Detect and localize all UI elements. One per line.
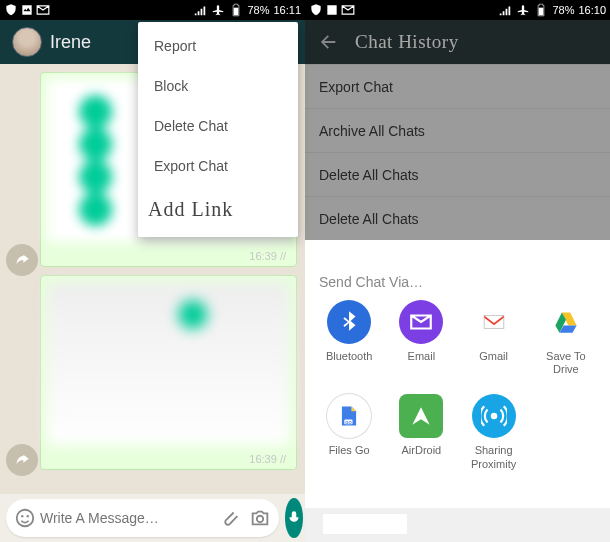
clock-time: 16:11 bbox=[273, 4, 301, 16]
attach-icon[interactable] bbox=[219, 507, 241, 529]
overflow-menu: Report Block Delete Chat Export Chat Add… bbox=[138, 22, 298, 237]
svg-point-11 bbox=[490, 413, 497, 420]
bluetooth-icon bbox=[327, 300, 371, 344]
share-label: Gmail bbox=[479, 350, 508, 363]
filesgo-icon: GO bbox=[327, 394, 371, 438]
page-title: Chat History bbox=[355, 31, 459, 53]
mail-icon bbox=[341, 3, 355, 17]
battery-icon bbox=[534, 3, 548, 17]
airplane-icon bbox=[211, 3, 225, 17]
image-icon bbox=[20, 3, 34, 17]
share-filesgo[interactable]: GO Files Go bbox=[315, 394, 383, 470]
airdroid-icon bbox=[399, 394, 443, 438]
svg-point-3 bbox=[27, 515, 29, 517]
message-time: 16:39 // bbox=[249, 453, 286, 465]
share-drive[interactable]: Save To Drive bbox=[532, 300, 600, 376]
list-export-chat[interactable]: Export Chat bbox=[305, 64, 610, 108]
shield-icon bbox=[4, 3, 18, 17]
proximity-icon bbox=[472, 394, 516, 438]
share-sheet: Send Chat Via… Bluetooth Email Gmail bbox=[305, 260, 610, 542]
share-label: Bluetooth bbox=[326, 350, 372, 363]
share-gmail[interactable]: Gmail bbox=[460, 300, 528, 376]
message-time: 16:39 // bbox=[249, 250, 286, 262]
emoji-icon[interactable] bbox=[14, 507, 36, 529]
share-bluetooth[interactable]: Bluetooth bbox=[315, 300, 383, 376]
svg-point-1 bbox=[17, 510, 34, 527]
airplane-icon bbox=[516, 3, 530, 17]
share-email[interactable]: Email bbox=[387, 300, 455, 376]
forward-button[interactable] bbox=[6, 444, 38, 476]
svg-point-2 bbox=[21, 515, 23, 517]
input-wrap bbox=[6, 499, 279, 537]
list-delete-all[interactable]: Delete All Chats bbox=[305, 152, 610, 196]
share-airdroid[interactable]: AirDroid bbox=[387, 394, 455, 470]
mic-icon bbox=[285, 509, 303, 527]
share-title: Send Chat Via… bbox=[315, 268, 600, 300]
svg-point-4 bbox=[257, 516, 263, 522]
mail-icon bbox=[36, 3, 50, 17]
share-label: AirDroid bbox=[402, 444, 442, 457]
status-bar: 78% 16:10 bbox=[305, 0, 610, 20]
message-image bbox=[47, 282, 290, 445]
signal-icon bbox=[193, 3, 207, 17]
shield-icon bbox=[309, 3, 323, 17]
menu-block[interactable]: Block bbox=[138, 66, 298, 106]
svg-rect-0 bbox=[234, 8, 239, 16]
signal-icon bbox=[498, 3, 512, 17]
share-proximity[interactable]: Sharing Proximity bbox=[460, 394, 528, 470]
image-icon bbox=[325, 3, 339, 17]
left-pane: 78% 16:11 Irene 16:39 // 16:39 // bbox=[0, 0, 305, 542]
forward-button[interactable] bbox=[6, 244, 38, 276]
menu-delete[interactable]: Delete Chat bbox=[138, 106, 298, 146]
email-icon bbox=[399, 300, 443, 344]
gmail-icon bbox=[472, 300, 516, 344]
svg-rect-5 bbox=[539, 8, 544, 16]
menu-add-link[interactable]: Add Link bbox=[138, 186, 298, 233]
camera-icon[interactable] bbox=[249, 507, 271, 529]
message-input[interactable] bbox=[40, 510, 215, 526]
status-bar: 78% 16:11 bbox=[0, 0, 305, 20]
battery-pct: 78% bbox=[552, 4, 574, 16]
share-label: Email bbox=[408, 350, 436, 363]
back-icon[interactable] bbox=[317, 31, 339, 53]
right-pane: 78% 16:10 Chat History Export Chat Archi… bbox=[305, 0, 610, 542]
share-label: Sharing Proximity bbox=[460, 444, 528, 470]
battery-icon bbox=[229, 3, 243, 17]
list-archive-all[interactable]: Archive All Chats bbox=[305, 108, 610, 152]
share-label: Files Go bbox=[329, 444, 370, 457]
svg-text:GO: GO bbox=[345, 420, 352, 425]
chat-history-header: Chat History bbox=[305, 20, 610, 64]
mic-button[interactable] bbox=[285, 498, 303, 538]
menu-report[interactable]: Report bbox=[138, 26, 298, 66]
list-delete-all[interactable]: Delete All Chats bbox=[305, 196, 610, 240]
forward-icon bbox=[14, 452, 30, 468]
clock-time: 16:10 bbox=[578, 4, 606, 16]
avatar[interactable] bbox=[12, 27, 42, 57]
message-bubble[interactable]: 16:39 // bbox=[40, 275, 297, 470]
battery-pct: 78% bbox=[247, 4, 269, 16]
dimmed-background: Chat History Export Chat Archive All Cha… bbox=[305, 20, 610, 240]
contact-name[interactable]: Irene bbox=[50, 32, 91, 53]
menu-export[interactable]: Export Chat bbox=[138, 146, 298, 186]
bottom-spacer bbox=[305, 508, 610, 542]
share-label: Save To Drive bbox=[532, 350, 600, 376]
input-bar bbox=[0, 494, 305, 542]
forward-icon bbox=[14, 252, 30, 268]
share-grid: Bluetooth Email Gmail Save To Drive bbox=[315, 300, 600, 471]
drive-icon bbox=[544, 300, 588, 344]
